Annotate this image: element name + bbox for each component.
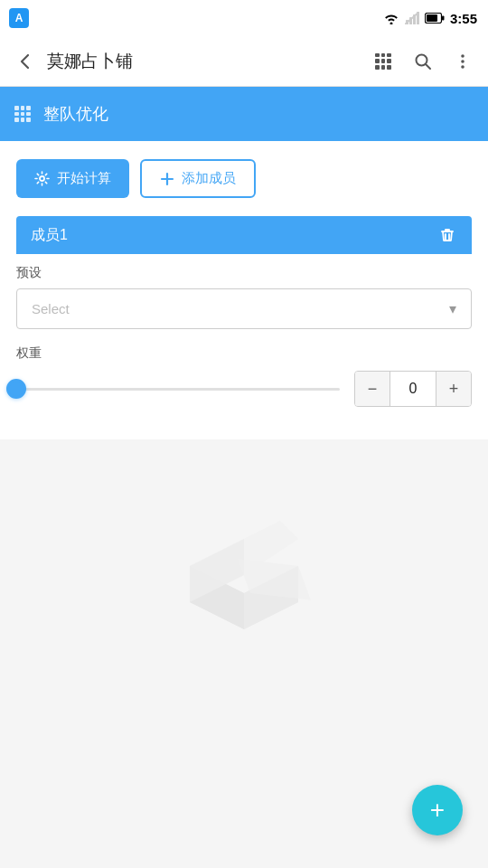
slider-thumb[interactable] (6, 379, 26, 399)
status-left: A (9, 8, 29, 28)
add-icon (160, 172, 174, 186)
svg-point-10 (461, 60, 465, 63)
action-row: 开始计算 添加成员 (16, 159, 472, 198)
weight-value: 0 (389, 372, 436, 406)
section-grid-icon (14, 106, 31, 122)
grid-view-button[interactable] (365, 43, 401, 80)
more-options-button[interactable] (445, 43, 481, 80)
app-icon: A (9, 8, 29, 28)
fab-button[interactable]: + (412, 785, 463, 835)
wifi-icon (383, 12, 399, 24)
weight-section: 权重 − 0 + (16, 333, 472, 407)
preset-select[interactable]: Select ▾ (16, 288, 472, 329)
add-member-button[interactable]: 添加成员 (140, 159, 256, 198)
status-right: 3:55 (383, 11, 477, 26)
page-title: 莫娜占卜铺 (43, 50, 365, 73)
weight-label: 权重 (16, 345, 472, 362)
search-button[interactable] (405, 43, 441, 80)
delete-icon (437, 225, 457, 245)
svg-point-9 (461, 54, 465, 58)
main-content: 开始计算 添加成员 成员1 预设 Select ▾ (0, 141, 488, 439)
slider-track[interactable] (16, 388, 340, 391)
weight-stepper: − 0 + (354, 371, 472, 407)
select-placeholder: Select (32, 301, 70, 316)
chevron-down-icon: ▾ (449, 300, 456, 317)
signal-icon (405, 12, 419, 24)
svg-point-11 (461, 65, 465, 69)
weight-controls: − 0 + (16, 371, 472, 407)
decrement-button[interactable]: − (355, 372, 389, 406)
empty-state (0, 439, 488, 675)
back-button[interactable] (7, 43, 43, 80)
section-title: 整队优化 (43, 103, 108, 125)
more-icon (453, 52, 473, 71)
member-delete-button[interactable] (437, 225, 457, 245)
empty-box-icon (154, 494, 334, 675)
toolbar-actions (365, 43, 481, 80)
preset-section: 预设 Select ▾ (16, 254, 472, 329)
status-time: 3:55 (450, 11, 477, 26)
member-name: 成员1 (31, 226, 68, 245)
member-card: 成员1 预设 Select ▾ 权重 (16, 216, 472, 407)
battery-icon (425, 13, 445, 24)
start-calc-button[interactable]: 开始计算 (16, 159, 129, 198)
toolbar: 莫娜占卜铺 (0, 36, 488, 87)
weight-slider-container (16, 374, 340, 403)
svg-rect-6 (427, 14, 437, 22)
svg-rect-7 (442, 16, 445, 21)
svg-point-12 (40, 176, 44, 181)
grid-icon (375, 53, 391, 70)
search-icon (413, 52, 433, 71)
increment-button[interactable]: + (436, 372, 471, 406)
gear-icon (34, 171, 50, 186)
member-header: 成员1 (16, 216, 472, 254)
section-header: 整队优化 (0, 87, 488, 141)
status-bar: A 3:55 (0, 0, 488, 36)
preset-label: 预设 (16, 265, 472, 281)
